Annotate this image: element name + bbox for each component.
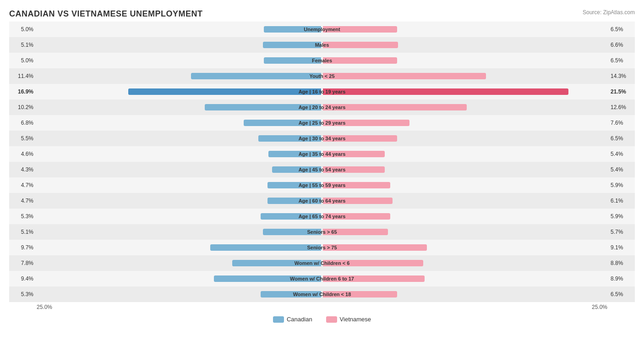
bar-pink — [323, 88, 568, 95]
right-value: 6.6% — [608, 42, 635, 48]
right-bar-half — [322, 39, 608, 51]
bar-blue — [210, 244, 321, 251]
left-value: 5.5% — [9, 135, 36, 142]
right-value: 6.5% — [608, 291, 635, 297]
left-bar-half — [36, 179, 322, 192]
left-bar-half — [36, 257, 322, 270]
bar-pink — [323, 135, 397, 142]
vietnamese-swatch — [326, 316, 337, 323]
left-bar-half — [36, 70, 322, 83]
bars-center: Age | 60 to 64 years — [36, 194, 608, 207]
right-bar-half — [322, 132, 608, 145]
bar-blue — [261, 213, 321, 220]
left-bar-half — [36, 288, 322, 301]
table-row: 4.3% Age | 45 to 54 years 5.4% — [9, 162, 635, 177]
table-row: 9.4% Women w/ Children 6 to 17 8.9% — [9, 271, 635, 286]
table-row: 5.3% Age | 65 to 74 years 5.9% — [9, 209, 635, 224]
bar-blue — [258, 135, 321, 142]
right-value: 8.9% — [608, 275, 635, 282]
table-row: 5.1% Seniors > 65 5.7% — [9, 224, 635, 240]
right-bar-half — [322, 210, 608, 223]
legend-canadian: Canadian — [273, 316, 312, 323]
bar-pink — [323, 42, 398, 48]
bars-center: Youth < 25 — [36, 70, 608, 83]
table-row: 5.0% Females 6.5% — [9, 53, 635, 68]
right-bar-half — [322, 148, 608, 160]
vietnamese-label: Vietnamese — [340, 316, 371, 323]
right-bar-half — [322, 116, 608, 129]
left-value: 5.1% — [9, 42, 36, 48]
table-row: 10.2% Age | 20 to 24 years 12.6% — [9, 99, 635, 115]
legend: Canadian Vietnamese — [9, 316, 635, 323]
table-row: 5.5% Age | 30 to 34 years 6.5% — [9, 131, 635, 146]
bars-center: Age | 30 to 34 years — [36, 132, 608, 145]
bar-blue — [191, 73, 321, 79]
bar-pink — [323, 275, 425, 282]
left-value: 16.9% — [9, 88, 36, 95]
bars-center: Unemployment — [36, 23, 608, 36]
table-row: 16.9% Age | 16 to 19 years 21.5% — [9, 84, 635, 99]
chart-title: CANADIAN VS VIETNAMESE UNEMPLOYMENT — [9, 9, 635, 19]
bars-center: Women w/ Children < 18 — [36, 288, 608, 301]
bars-center: Women w/ Children 6 to 17 — [36, 272, 608, 285]
axis-row: 25.0% 25.0% — [9, 302, 635, 311]
left-value: 5.1% — [9, 229, 36, 235]
right-value: 12.6% — [608, 104, 635, 110]
right-bar-half — [322, 54, 608, 67]
bar-pink — [323, 198, 393, 204]
table-row: 9.7% Seniors > 75 9.1% — [9, 240, 635, 255]
bars-center: Age | 20 to 24 years — [36, 101, 608, 114]
bar-blue — [261, 291, 321, 297]
left-value: 9.4% — [9, 275, 36, 282]
left-value: 11.4% — [9, 73, 36, 79]
bars-center: Seniors > 65 — [36, 226, 608, 238]
right-value: 6.5% — [608, 26, 635, 33]
bar-pink — [323, 213, 390, 220]
right-bar-half — [322, 226, 608, 238]
bars-center: Women w/ Children < 6 — [36, 257, 608, 270]
bars-center: Females — [36, 54, 608, 67]
left-value: 4.7% — [9, 198, 36, 204]
bar-pink — [323, 166, 385, 173]
source-label: Source: ZipAtlas.com — [583, 9, 635, 16]
left-bar-half — [36, 39, 322, 51]
bar-pink — [323, 151, 385, 157]
bar-pink — [323, 182, 390, 188]
axis-left-label: 25.0% — [37, 304, 52, 310]
bars-center: Age | 35 to 44 years — [36, 148, 608, 160]
left-value: 9.7% — [9, 244, 36, 251]
left-value: 4.3% — [9, 166, 36, 173]
left-bar-half — [36, 148, 322, 160]
left-bar-half — [36, 241, 322, 254]
chart-body: 5.0% Unemployment 6.5% 5.1% — [9, 22, 635, 302]
axis-right-label: 25.0% — [592, 304, 607, 310]
bar-pink — [323, 26, 397, 33]
bars-center: Seniors > 75 — [36, 241, 608, 254]
table-row: 11.4% Youth < 25 14.3% — [9, 68, 635, 84]
left-bar-half — [36, 54, 322, 67]
canadian-label: Canadian — [287, 316, 312, 323]
bar-blue — [214, 275, 321, 282]
right-bar-half — [322, 101, 608, 114]
table-row: 5.3% Women w/ Children < 18 6.5% — [9, 286, 635, 302]
bars-center: Age | 55 to 59 years — [36, 179, 608, 192]
table-row: 7.8% Women w/ Children < 6 8.8% — [9, 255, 635, 271]
bar-blue — [263, 42, 321, 48]
left-value: 5.3% — [9, 213, 36, 220]
table-row: 4.7% Age | 60 to 64 years 6.1% — [9, 193, 635, 209]
bars-center: Age | 65 to 74 years — [36, 210, 608, 223]
left-bar-half — [36, 132, 322, 145]
left-value: 5.0% — [9, 57, 36, 64]
right-bar-half — [322, 85, 608, 98]
bars-center: Age | 16 to 19 years — [36, 85, 608, 98]
bar-blue — [267, 198, 321, 204]
right-value: 6.1% — [608, 198, 635, 204]
table-row: 5.1% Males 6.6% — [9, 37, 635, 53]
table-row: 6.8% Age | 25 to 29 years 7.6% — [9, 115, 635, 131]
left-bar-half — [36, 272, 322, 285]
right-value: 8.8% — [608, 260, 635, 266]
right-value: 5.7% — [608, 229, 635, 235]
bar-pink — [323, 260, 423, 266]
axis-labels: 25.0% 25.0% — [37, 304, 607, 310]
left-value: 5.3% — [9, 291, 36, 297]
